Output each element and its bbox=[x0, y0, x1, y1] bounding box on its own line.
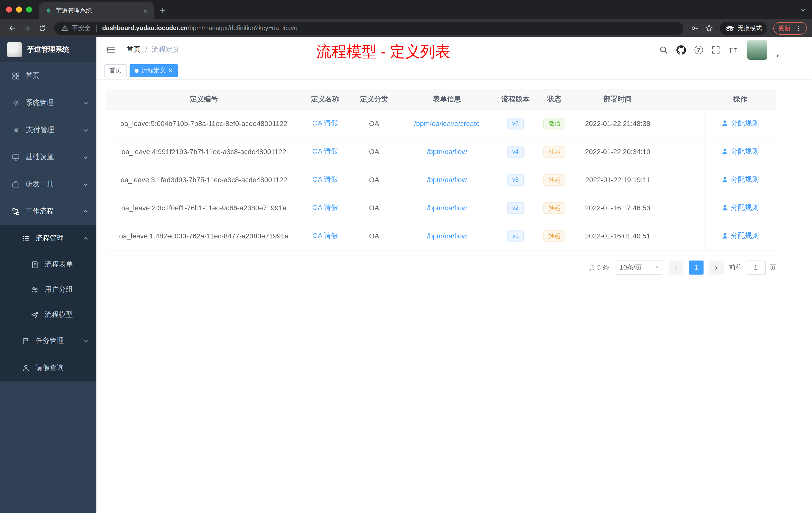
version-badge: v1 bbox=[507, 230, 523, 242]
fullscreen-icon[interactable] bbox=[711, 46, 720, 54]
sidebar-item-label: 基础设施 bbox=[26, 153, 54, 162]
cell-deploy-time: 2022-01-22 21:48:38 bbox=[573, 110, 663, 138]
sidebar-item-label: 工作流程 bbox=[26, 207, 54, 216]
next-page-button[interactable]: › bbox=[709, 260, 724, 274]
assign-rule-button[interactable]: 分配规则 bbox=[722, 175, 759, 184]
definition-name-link[interactable]: OA 请假 bbox=[312, 175, 338, 183]
sidebar-item-process-management[interactable]: 流程管理 bbox=[0, 225, 96, 252]
prev-page-button[interactable]: ‹ bbox=[669, 260, 684, 274]
goto-unit: 页 bbox=[769, 263, 776, 272]
cell-definition-id: oa_leave:2:3c1f0ef1-76b1-11ec-9c66-a2380… bbox=[107, 194, 301, 222]
definition-name-link[interactable]: OA 请假 bbox=[312, 203, 338, 211]
col-process-version: 流程版本 bbox=[495, 89, 536, 110]
table-row: oa_leave:4:991f2193-7b7f-11ec-a3c8-acde4… bbox=[107, 138, 776, 165]
sidebar-item-workflow[interactable]: 工作流程 bbox=[0, 198, 96, 225]
tag-home[interactable]: 首页 bbox=[105, 64, 126, 77]
help-icon[interactable]: ? bbox=[694, 46, 703, 54]
sidebar-item-process-form[interactable]: 流程表单 bbox=[0, 252, 96, 277]
sidebar-item-label: 流程表单 bbox=[45, 260, 73, 269]
logo-image bbox=[7, 42, 22, 57]
table-row: oa_leave:5:004b710b-7b8a-11ec-8ef0-acde4… bbox=[107, 110, 776, 138]
cell-form-info: /bpm/oa/leave/create bbox=[399, 110, 495, 138]
search-icon[interactable] bbox=[659, 46, 668, 54]
assign-rule-label: 分配规则 bbox=[731, 119, 759, 128]
yen-icon: ¥ bbox=[12, 126, 20, 134]
sidebar-toggle-icon[interactable] bbox=[105, 44, 117, 56]
cell-actions: 分配规则 bbox=[704, 138, 776, 165]
window-minimize-button[interactable] bbox=[16, 6, 22, 12]
screen: 芋道管理系统 × + 不安全 dashboard.yudao.iocoder.c… bbox=[0, 0, 812, 513]
update-button[interactable]: 更新 ⋮ bbox=[773, 22, 807, 34]
breadcrumb-home[interactable]: 首页 bbox=[126, 45, 141, 54]
assign-rule-label: 分配规则 bbox=[731, 147, 759, 156]
tags-view-bar: 首页 流程定义 × bbox=[96, 62, 812, 79]
font-size-icon[interactable]: TT bbox=[728, 46, 737, 54]
version-badge: v5 bbox=[507, 118, 523, 129]
cell-actions: 分配规则 bbox=[704, 110, 776, 138]
table-header-row: 定义编号 定义名称 定义分类 表单信息 流程版本 状态 部署时间 操作 bbox=[107, 89, 776, 110]
back-button[interactable] bbox=[5, 21, 19, 35]
tag-close-icon[interactable]: × bbox=[169, 67, 173, 74]
window-zoom-button[interactable] bbox=[26, 6, 32, 12]
assign-rule-button[interactable]: 分配规则 bbox=[722, 147, 759, 156]
definition-name-link[interactable]: OA 请假 bbox=[312, 119, 338, 127]
password-key-icon[interactable] bbox=[689, 22, 701, 35]
cell-status: 挂起 bbox=[536, 165, 573, 194]
bookmark-star-icon[interactable] bbox=[702, 22, 716, 35]
definition-name-link[interactable]: OA 请假 bbox=[312, 232, 338, 239]
sidebar-logo[interactable]: 芋道管理系统 bbox=[0, 37, 96, 62]
cell-version: v1 bbox=[495, 222, 536, 250]
chevron-down-icon: ▾ bbox=[656, 265, 658, 270]
assign-rule-label: 分配规则 bbox=[731, 203, 759, 212]
tag-process-definition[interactable]: 流程定义 × bbox=[129, 64, 177, 77]
sidebar-item-infrastructure[interactable]: 基础设施 bbox=[0, 144, 96, 171]
spacer-cell bbox=[663, 165, 704, 194]
avatar-caret-icon[interactable]: ▾ bbox=[776, 53, 779, 58]
tag-label: 流程定义 bbox=[142, 66, 166, 75]
incognito-icon bbox=[725, 25, 734, 31]
avatar[interactable] bbox=[747, 40, 767, 60]
sidebar-item-home[interactable]: 首页 bbox=[0, 62, 96, 89]
annotation-text: 流程模型 - 定义列表 bbox=[316, 42, 450, 62]
form-link[interactable]: /bpm/oa/flow bbox=[427, 204, 467, 212]
page-size-select[interactable]: 10条/页 ▾ bbox=[615, 260, 663, 274]
spacer-cell bbox=[663, 194, 704, 222]
window-close-button[interactable] bbox=[6, 6, 12, 12]
cell-definition-name: OA 请假 bbox=[301, 194, 349, 222]
spacer-cell bbox=[663, 110, 704, 138]
form-link[interactable]: /bpm/oa/flow bbox=[427, 232, 467, 240]
cell-definition-id: oa_leave:4:991f2193-7b7f-11ec-a3c8-acde4… bbox=[107, 138, 301, 165]
sidebar-item-label: 请假查询 bbox=[36, 363, 64, 372]
form-link[interactable]: /bpm/oa/flow bbox=[427, 176, 467, 184]
new-tab-button[interactable]: + bbox=[156, 3, 170, 18]
font-size-small: T bbox=[734, 47, 737, 53]
sidebar-item-label: 用户分组 bbox=[45, 285, 73, 294]
assign-rule-button[interactable]: 分配规则 bbox=[722, 232, 759, 240]
browser-menu-icon[interactable]: ⋮ bbox=[795, 24, 802, 32]
tab-close-icon[interactable]: × bbox=[141, 6, 150, 15]
person-icon bbox=[22, 364, 30, 372]
sidebar-item-task-management[interactable]: 任务管理 bbox=[0, 327, 96, 354]
definition-name-link[interactable]: OA 请假 bbox=[312, 147, 338, 155]
user-icon bbox=[722, 120, 728, 127]
url-bar[interactable]: 不安全 dashboard.yudao.iocoder.cn/bpm/manag… bbox=[54, 21, 684, 35]
form-link[interactable]: /bpm/oa/flow bbox=[427, 148, 467, 156]
sidebar-item-user-group[interactable]: 用户分组 bbox=[0, 277, 96, 302]
reload-button[interactable] bbox=[35, 21, 49, 35]
sidebar-item-process-model[interactable]: 流程模型 bbox=[0, 302, 96, 327]
sidebar-item-payment[interactable]: ¥ 支付管理 bbox=[0, 117, 96, 144]
cell-status: 挂起 bbox=[536, 194, 573, 222]
page-number-button[interactable]: 1 bbox=[689, 260, 703, 274]
goto-page-input[interactable] bbox=[746, 260, 766, 274]
sidebar-item-devtools[interactable]: 研发工具 bbox=[0, 171, 96, 198]
tab-search-icon[interactable] bbox=[800, 6, 806, 15]
assign-rule-button[interactable]: 分配规则 bbox=[722, 119, 759, 128]
sidebar-item-leave-query[interactable]: 请假查询 bbox=[0, 354, 96, 382]
forward-button[interactable] bbox=[20, 21, 34, 35]
assign-rule-button[interactable]: 分配规则 bbox=[722, 203, 759, 212]
form-link[interactable]: /bpm/oa/leave/create bbox=[414, 119, 480, 127]
total-count: 共 5 条 bbox=[589, 263, 609, 272]
sidebar-item-system[interactable]: 系统管理 bbox=[0, 89, 96, 117]
github-icon[interactable] bbox=[676, 45, 686, 55]
browser-tab[interactable]: 芋道管理系统 × bbox=[39, 2, 154, 19]
